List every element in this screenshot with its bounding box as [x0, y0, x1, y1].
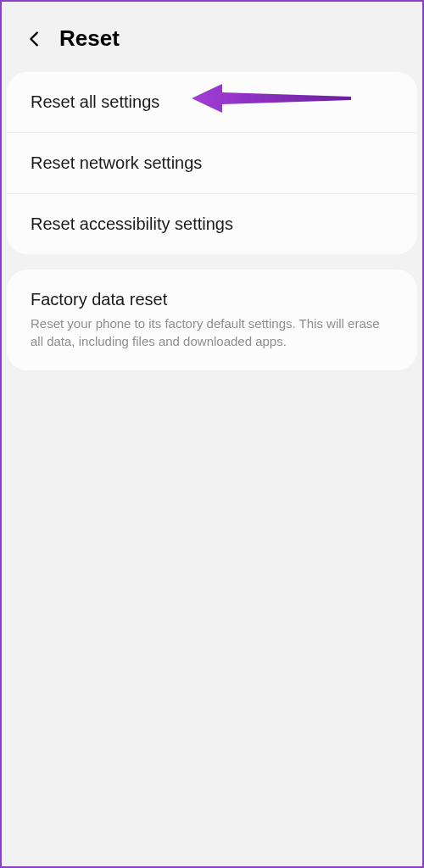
reset-all-settings-item[interactable]: Reset all settings: [7, 72, 417, 132]
list-item-label: Reset network settings: [31, 153, 393, 173]
list-item-description: Reset your phone to its factory default …: [31, 314, 393, 350]
back-icon[interactable]: [25, 30, 44, 48]
list-item-label: Reset accessibility settings: [31, 214, 393, 234]
factory-reset-group: Factory data reset Reset your phone to i…: [7, 270, 417, 370]
reset-accessibility-settings-item[interactable]: Reset accessibility settings: [7, 193, 417, 254]
reset-network-settings-item[interactable]: Reset network settings: [7, 132, 417, 193]
factory-data-reset-item[interactable]: Factory data reset Reset your phone to i…: [7, 270, 417, 370]
list-item-label: Reset all settings: [31, 92, 393, 112]
list-item-label: Factory data reset: [31, 290, 393, 309]
page-title: Reset: [59, 25, 120, 52]
header: Reset: [2, 2, 422, 72]
reset-options-group: Reset all settings Reset network setting…: [7, 72, 417, 254]
